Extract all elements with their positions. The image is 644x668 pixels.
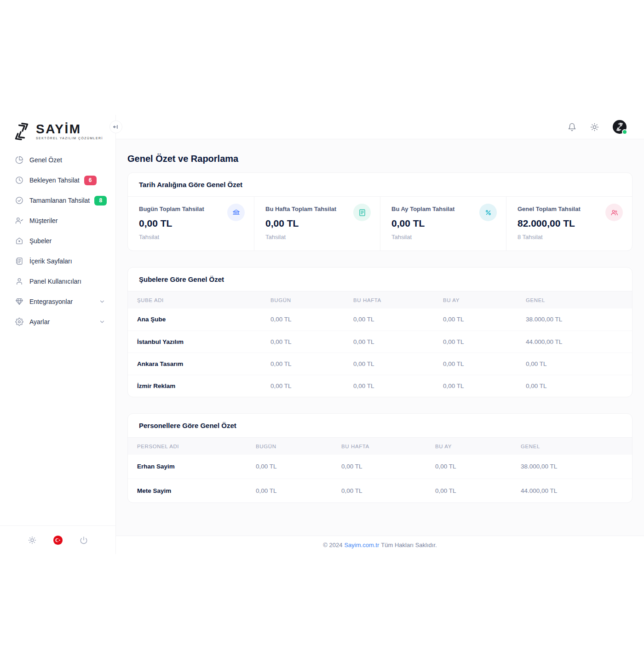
table-row: Ankara Tasarım 0,00 TL 0,00 TL 0,00 TL 0… (128, 353, 632, 375)
rights-text: Tüm Hakları Saklıdır. (381, 542, 437, 548)
arrow-left-to-bar-icon (113, 124, 119, 130)
journal-icon (15, 257, 23, 265)
stat-today: Bugün Toplam Tahsilat 0,00 TL Tahsilat (128, 197, 254, 251)
sidebar-item-icerik-sayfalari[interactable]: İçerik Sayfaları (0, 251, 115, 271)
sidebar-item-label: Panel Kullanıcıları (29, 278, 81, 285)
gem-icon (15, 297, 23, 306)
stat-value: 0,00 TL (265, 218, 369, 229)
power-icon (80, 536, 88, 544)
table-header-row: ŞUBE ADI BUGÜN BU HAFTA BU AY GENEL (128, 291, 632, 308)
sidebar-item-genel-ozet[interactable]: Genel Özet (0, 150, 115, 170)
sidebar-item-bekleyen-tahsilat[interactable]: Bekleyen Tahsilat 6 (0, 170, 115, 190)
sidebar-item-tamamlanan-tahsilat[interactable]: Tamamlanan Tahsilat 8 (0, 190, 115, 211)
date-summary-card: Tarih Aralığına Göre Genel Özet Bugün To… (127, 172, 632, 251)
home-heart-icon (15, 237, 23, 245)
personnel-summary-table: PERSONEL ADI BUGÜN BU HAFTA BU AY GENEL … (128, 438, 632, 502)
sidebar-item-label: Genel Özet (29, 156, 62, 164)
table-header-row: PERSONEL ADI BUGÜN BU HAFTA BU AY GENEL (128, 438, 632, 455)
personnel-summary-title: Personellere Göre Genel Özet (139, 422, 236, 429)
sidebar-item-panel-kullanicilari[interactable]: Panel Kullanıcıları (0, 271, 115, 291)
sidebar: SAYİM SEKTÖREL YAZILIM ÇÖZÜMLERİ Genel Ö… (0, 115, 116, 554)
main-content: Genel Özet ve Raporlama Tarih Aralığına … (116, 139, 644, 536)
chevron-down-icon (99, 298, 105, 305)
journal-icon (353, 204, 371, 221)
completed-count-badge: 8 (94, 196, 107, 206)
branch-summary-table: ŞUBE ADI BUGÜN BU HAFTA BU AY GENEL Ana … (128, 291, 632, 397)
sidebar-item-label: Entegrasyonlar (29, 298, 73, 305)
branch-summary-card: Şubelere Göre Genel Özet ŞUBE ADI BUGÜN … (127, 267, 632, 397)
personnel-summary-card: Personellere Göre Genel Özet PERSONEL AD… (127, 413, 632, 503)
copyright-text: © 2024 (323, 542, 342, 548)
stat-value: 82.000,00 TL (518, 218, 621, 229)
sun-icon (28, 536, 36, 544)
page-footer: © 2024 Sayim.com.tr Tüm Hakları Saklıdır… (116, 536, 644, 554)
clock-icon (15, 176, 23, 184)
brand-tagline: SEKTÖREL YAZILIM ÇÖZÜMLERİ (36, 137, 103, 140)
stat-month: Bu Ay Toplam Tahsilat 0,00 TL Tahsilat (380, 197, 506, 251)
sidebar-item-label: Tamamlanan Tahsilat (29, 197, 90, 204)
sun-icon (590, 123, 599, 131)
sidebar-item-entegrasyonlar[interactable]: Entegrasyonlar (0, 291, 115, 312)
sayim-logo-icon (11, 121, 32, 142)
sidebar-item-label: İçerik Sayfaları (29, 257, 72, 265)
stat-week: Bu Hafta Toplam Tahsilat 0,00 TL Tahsila… (254, 197, 380, 251)
table-row: İzmir Reklam 0,00 TL 0,00 TL 0,00 TL 0,0… (128, 375, 632, 397)
footer-link[interactable]: Sayim.com.tr (344, 542, 379, 548)
pending-count-badge: 6 (84, 176, 97, 185)
turkish-flag-icon (53, 535, 63, 545)
stat-value: 0,00 TL (139, 218, 243, 229)
top-header (116, 115, 644, 139)
sidebar-item-label: Şubeler (29, 237, 52, 245)
bank-icon (227, 204, 245, 221)
gear-icon (15, 318, 23, 326)
bell-icon (568, 123, 576, 131)
table-row: Mete Sayim 0,00 TL 0,00 TL 0,00 TL 44.00… (128, 479, 632, 502)
sidebar-item-subeler[interactable]: Şubeler (0, 231, 115, 251)
sidebar-item-musteriler[interactable]: Müşteriler (0, 211, 115, 231)
logout-button[interactable] (80, 536, 88, 544)
theme-toggle-button[interactable] (28, 536, 36, 544)
user-check-icon (15, 217, 23, 225)
stat-value: 0,00 TL (391, 218, 495, 229)
user-icon (15, 277, 23, 285)
table-row: Erhan Sayim 0,00 TL 0,00 TL 0,00 TL 38.0… (128, 455, 632, 479)
sidebar-item-label: Bekleyen Tahsilat (29, 177, 80, 184)
sidebar-item-ayarlar[interactable]: Ayarlar (0, 312, 115, 332)
sidebar-item-label: Müşteriler (29, 217, 58, 224)
percent-icon (479, 204, 497, 221)
notifications-button[interactable] (568, 123, 576, 131)
branch-summary-title: Şubelere Göre Genel Özet (139, 275, 224, 283)
date-summary-title: Tarih Aralığına Göre Genel Özet (139, 181, 242, 188)
online-status-dot (622, 129, 627, 135)
check-circle-icon (15, 196, 23, 205)
stats-grid: Bugün Toplam Tahsilat 0,00 TL Tahsilat B… (128, 197, 632, 251)
app-window: SAYİM SEKTÖREL YAZILIM ÇÖZÜMLERİ Genel Ö… (0, 115, 644, 554)
people-icon (605, 204, 623, 221)
chevron-down-icon (99, 319, 105, 325)
language-turkish-button[interactable] (53, 535, 63, 545)
brand-logo[interactable]: SAYİM SEKTÖREL YAZILIM ÇÖZÜMLERİ (0, 115, 115, 143)
sidebar-item-label: Ayarlar (29, 318, 50, 325)
table-row: Ana Şube 0,00 TL 0,00 TL 0,00 TL 38.000,… (128, 308, 632, 331)
pie-chart-icon (15, 156, 23, 164)
sidebar-collapse-button[interactable] (109, 120, 122, 133)
stat-total: Genel Toplam Tahsilat 82.000,00 TL 8 Tah… (506, 197, 632, 251)
theme-toggle-button[interactable] (590, 123, 599, 131)
user-avatar[interactable] (613, 120, 627, 134)
sidebar-menu: Genel Özet Bekleyen Tahsilat 6 Tamamlana… (0, 150, 115, 332)
brand-name: SAYİM (36, 123, 103, 136)
sidebar-footer (0, 525, 115, 554)
page-title: Genel Özet ve Raporlama (127, 154, 632, 164)
table-row: İstanbul Yazılım 0,00 TL 0,00 TL 0,00 TL… (128, 331, 632, 353)
